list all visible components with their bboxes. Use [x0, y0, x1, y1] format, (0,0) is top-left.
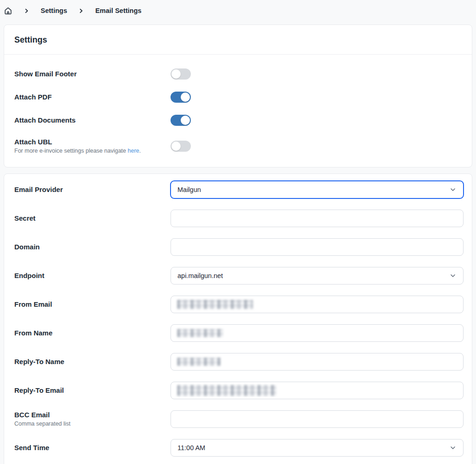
field-control: Mailgun	[171, 181, 464, 198]
toggle-row: Attach Documents	[14, 115, 464, 126]
form-section: Email Provider Mailgun Secret Domain End…	[4, 174, 472, 464]
form-row: Endpoint api.mailgun.net	[14, 267, 464, 285]
toggle-attach-ubl[interactable]	[171, 141, 191, 152]
select-value: Mailgun	[177, 186, 201, 193]
form-row: Reply-To Name	[14, 353, 464, 371]
toggle-label: Attach UBL	[14, 138, 171, 146]
email-settings-card: Email Provider Mailgun Secret Domain End…	[4, 173, 472, 464]
field-label: From Name	[14, 329, 165, 337]
form-row: From Email	[14, 296, 464, 313]
chevron-right-icon	[24, 8, 30, 14]
form-row: From Name	[14, 324, 464, 342]
toggle-show-email-footer[interactable]	[171, 68, 191, 80]
toggle-label: Attach Documents	[14, 116, 171, 124]
field-control	[171, 324, 464, 342]
field-label: Email Provider	[14, 186, 165, 194]
toggle-label: Attach PDF	[14, 93, 171, 101]
field-control	[171, 353, 464, 371]
bcc-email-input[interactable]	[171, 410, 464, 428]
field-label: Domain	[14, 243, 165, 251]
endpoint-select[interactable]: api.mailgun.net	[171, 267, 464, 285]
send-time-select[interactable]: 11:00 AM	[171, 439, 464, 457]
redacted-value	[177, 300, 253, 309]
toggle-knob	[181, 93, 190, 102]
toggle-attach-pdf[interactable]	[171, 92, 191, 103]
email-provider-select[interactable]: Mailgun	[171, 181, 464, 198]
field-control	[171, 210, 464, 227]
field-control: 11:00 AM	[171, 439, 464, 457]
redacted-value	[177, 329, 223, 337]
chevron-right-icon	[78, 8, 84, 14]
secret-input[interactable]	[171, 210, 464, 227]
select-value: 11:00 AM	[177, 444, 205, 452]
toggle-row: Show Email Footer	[14, 68, 464, 80]
chevron-down-icon	[449, 444, 457, 452]
toggle-row: Attach PDF	[14, 92, 464, 103]
field-label: From Email	[14, 300, 165, 309]
field-label: Reply-To Email	[14, 386, 165, 395]
toggle-label: Show Email Footer	[14, 70, 171, 78]
e-invoice-here-link[interactable]: here	[128, 148, 139, 154]
field-control	[171, 296, 464, 313]
chevron-down-icon	[449, 272, 457, 279]
home-breadcrumb-link[interactable]	[4, 6, 12, 15]
breadcrumb-email-settings[interactable]: Email Settings	[95, 7, 141, 14]
field-helper: Comma separated list	[14, 420, 165, 427]
redacted-value	[177, 358, 221, 366]
field-control: api.mailgun.net	[171, 267, 464, 285]
form-row: Email Provider Mailgun	[14, 181, 464, 198]
field-label: Send Time	[14, 444, 165, 452]
select-value: api.mailgun.net	[177, 272, 223, 279]
toggle-section: Show Email Footer Attach PDF Attach Docu…	[4, 55, 472, 167]
form-row: Secret	[14, 210, 464, 227]
breadcrumb-settings[interactable]: Settings	[41, 7, 67, 14]
redacted-value	[177, 385, 276, 396]
field-control	[171, 238, 464, 256]
toggle-knob	[171, 69, 181, 79]
home-icon	[4, 6, 12, 15]
page-title: Settings	[4, 25, 472, 55]
field-label: BCC Email	[14, 411, 165, 419]
chevron-down-icon	[449, 186, 457, 193]
toggle-knob	[171, 142, 181, 151]
field-label: Reply-To Name	[14, 358, 165, 366]
toggle-helper: For more e-invoice settings please navig…	[14, 147, 171, 155]
field-label: Endpoint	[14, 272, 165, 280]
toggle-row: Attach UBL For more e-invoice settings p…	[14, 138, 464, 155]
field-control	[171, 382, 464, 399]
domain-input[interactable]	[171, 238, 464, 256]
toggle-attach-documents[interactable]	[171, 115, 191, 126]
settings-card: Settings Show Email Footer Attach PDF At…	[4, 25, 472, 167]
toggle-knob	[181, 116, 190, 125]
field-control	[171, 410, 464, 428]
breadcrumb: Settings Email Settings	[0, 0, 476, 17]
form-row: BCC Email Comma separated list	[14, 410, 464, 428]
form-row: Send Time 11:00 AM	[14, 439, 464, 457]
field-label: Secret	[14, 214, 165, 223]
form-row: Reply-To Email	[14, 382, 464, 399]
form-row: Domain	[14, 238, 464, 256]
